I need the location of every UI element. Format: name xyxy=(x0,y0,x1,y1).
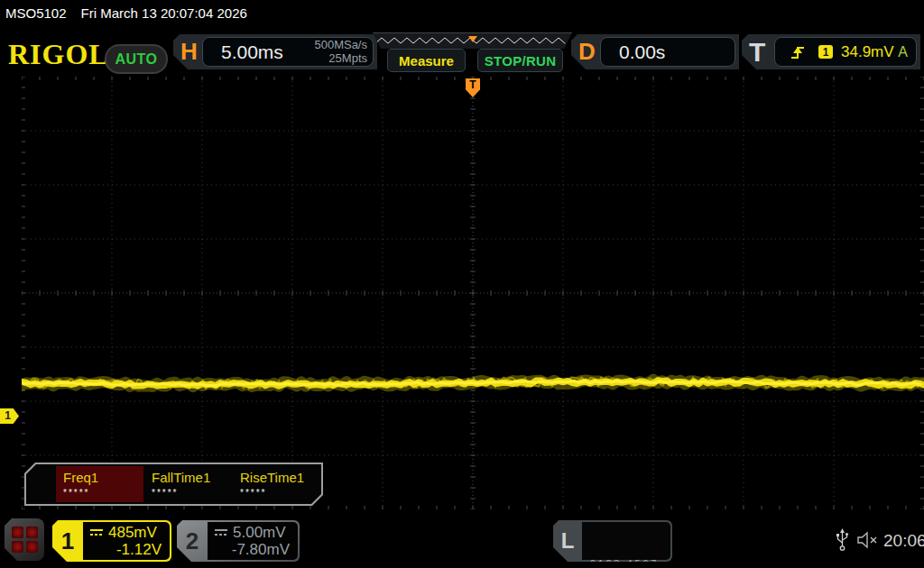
sample-rate: 500MSa/s xyxy=(314,39,367,51)
dc-coupling-icon xyxy=(89,528,104,537)
waveform-preview-strip[interactable] xyxy=(373,32,572,49)
measurement-item-freq1[interactable]: Freq1 ***** xyxy=(56,466,143,502)
stop-run-button[interactable]: STOP/RUN xyxy=(477,49,563,72)
menu-button[interactable] xyxy=(5,518,44,561)
channel1-position-marker[interactable]: 1 xyxy=(0,408,19,424)
dc-coupling-icon xyxy=(214,528,228,537)
horizontal-label: H xyxy=(180,34,198,69)
usb-icon xyxy=(835,527,850,552)
measurement-value: ***** xyxy=(63,488,143,498)
delay-value: 0.00s xyxy=(619,41,665,63)
channel2-number: 2 xyxy=(177,520,208,562)
logic-channels-row1: 0 1 2 3 4 5 6 7 xyxy=(590,556,670,568)
system-clock: 20:06 xyxy=(883,531,924,551)
timebase-value: 5.00ms xyxy=(221,41,283,63)
delay-label: D xyxy=(578,34,596,69)
acquisition-info: 500MSa/s 25Mpts xyxy=(314,39,367,64)
trigger-inset: 1 34.9mV A xyxy=(774,37,917,67)
channel1-offset: -1.12V xyxy=(83,541,170,559)
speaker-muted-icon[interactable] xyxy=(856,531,880,549)
channel1-body: 485mV -1.12V xyxy=(83,522,170,560)
logic-analyzer-label: L xyxy=(553,520,582,562)
measurement-panel: Freq1 ***** FallTime1 ***** RiseTime1 **… xyxy=(24,463,323,506)
channel1-scale: 485mV xyxy=(108,524,157,542)
delay-inset: 0.00s xyxy=(600,37,735,67)
measurement-panel-body: Freq1 ***** FallTime1 ***** RiseTime1 **… xyxy=(26,464,321,504)
horizontal-inset: 5.00ms 500MSa/s 25Mpts xyxy=(202,37,374,67)
channel2-offset: -7.80mV xyxy=(208,541,298,559)
channel2-body: 5.00mV -7.80mV xyxy=(208,522,298,560)
oscilloscope-screen: MSO5102 Fri March 13 20:07:04 2026 RIGOL… xyxy=(0,0,924,568)
memory-depth: 25Mpts xyxy=(314,52,367,65)
delay-block[interactable]: D 0.00s xyxy=(571,34,739,69)
trigger-source-badge: 1 xyxy=(818,45,833,59)
trigger-block[interactable]: T 1 34.9mV A xyxy=(742,34,920,69)
channel2-scale: 5.00mV xyxy=(233,524,286,542)
model-label: MSO5102 xyxy=(5,5,67,21)
horizontal-settings-block[interactable]: H 5.00ms 500MSa/s 25Mpts xyxy=(173,34,377,69)
measure-button[interactable]: Measure xyxy=(387,49,466,72)
datetime-label: Fri March 13 20:07:04 2026 xyxy=(81,5,247,21)
status-bar: MSO5102 Fri March 13 20:07:04 2026 xyxy=(5,5,247,21)
rising-edge-trigger-icon xyxy=(790,44,806,60)
acquisition-mode-badge: AUTO xyxy=(105,44,168,74)
measurement-value: ***** xyxy=(152,488,232,498)
channel1-number: 1 xyxy=(52,520,83,562)
measurement-name: Freq1 xyxy=(63,470,143,485)
measurement-item-risetime1[interactable]: RiseTime1 ***** xyxy=(233,466,320,502)
measurement-item-falltime1[interactable]: FallTime1 ***** xyxy=(144,466,232,502)
measurement-name: FallTime1 xyxy=(152,470,232,485)
red-grid-menu-icon xyxy=(12,527,38,553)
channel2-block[interactable]: 2 5.00mV -7.80mV xyxy=(177,520,300,562)
graticule[interactable]: T xyxy=(22,77,924,509)
measurement-value: ***** xyxy=(240,488,320,498)
logic-channel-list: 0 1 2 3 4 5 6 7 8 9 10 11 12 13 14 15 xyxy=(582,522,670,560)
trigger-sweep-mode: A xyxy=(898,44,908,60)
rigol-logo: RIGOL xyxy=(8,38,109,71)
trigger-level-value: 34.9mV xyxy=(841,43,894,61)
channel1-trace xyxy=(22,77,924,509)
preview-waveform-icon xyxy=(373,33,572,49)
measurement-name: RiseTime1 xyxy=(240,470,320,485)
trigger-label: T xyxy=(749,34,765,69)
channel1-block[interactable]: 1 485mV -1.12V xyxy=(52,520,171,562)
logic-analyzer-block[interactable]: L 0 1 2 3 4 5 6 7 8 9 10 11 12 13 14 15 xyxy=(553,520,672,562)
